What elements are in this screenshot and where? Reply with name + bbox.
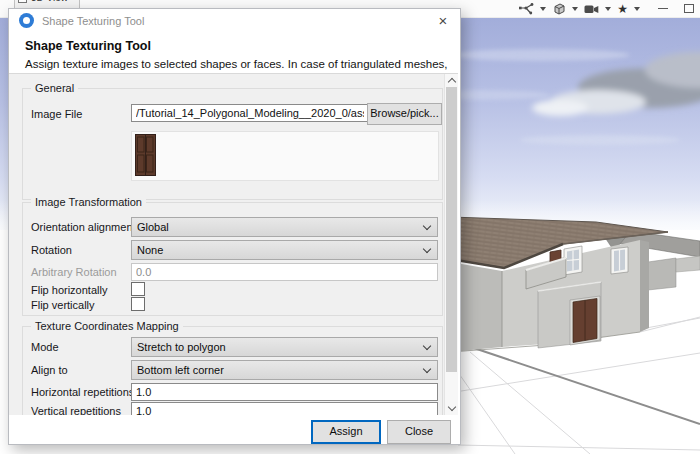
image-file-label: Image File	[31, 108, 82, 120]
viewport-toolbar: ★	[519, 1, 694, 16]
texture-preview-panel	[131, 131, 439, 181]
dialog-scroll-area: General Image File Browse/pick... Image …	[9, 73, 458, 415]
scroll-down-icon[interactable]	[447, 403, 455, 411]
shape-texturing-dialog: Shape Texturing Tool × Shape Texturing T…	[8, 8, 461, 445]
favorites-star-icon[interactable]: ★	[617, 3, 628, 15]
flip-horizontally-label: Flip horizontally	[31, 284, 107, 296]
dropdown-caret-icon[interactable]	[572, 7, 578, 11]
chevron-down-icon	[423, 342, 431, 350]
camera-icon[interactable]	[584, 3, 599, 15]
group-texture-mapping-title: Texture Coordinates Mapping	[31, 320, 183, 332]
flip-vertically-label: Flip vertically	[31, 299, 95, 311]
group-image-transformation: Image Transformation Orientation alignme…	[22, 202, 443, 316]
flip-vertically-checkbox[interactable]	[131, 297, 145, 311]
group-texture-mapping: Texture Coordinates Mapping Mode Stretch…	[22, 326, 443, 415]
view-cube-icon[interactable]	[552, 2, 566, 15]
dialog-titlebar[interactable]: Shape Texturing Tool ×	[9, 9, 460, 32]
document-tab-label: 3D View	[31, 0, 68, 3]
browse-pick-button[interactable]: Browse/pick...	[367, 103, 442, 125]
chevron-down-icon	[423, 365, 431, 373]
orientation-alignment-select[interactable]: Global	[131, 217, 438, 237]
vertical-repetitions-label: Vertical repetitions	[31, 405, 121, 415]
document-icon	[18, 0, 27, 3]
arbitrary-rotation-label: Arbitrary Rotation	[31, 266, 117, 278]
orientation-alignment-label: Orientation alignment	[31, 221, 136, 233]
rotation-label: Rotation	[31, 244, 72, 256]
dropdown-caret-icon[interactable]	[540, 7, 546, 11]
navigation-gizmo-icon[interactable]	[519, 2, 534, 15]
image-file-input[interactable]	[131, 104, 369, 122]
arbitrary-rotation-input	[131, 263, 438, 281]
group-general: General Image File Browse/pick...	[22, 88, 443, 200]
align-to-select[interactable]: Bottom left corner	[131, 360, 438, 380]
rotation-select[interactable]: None	[131, 240, 438, 260]
dropdown-caret-icon[interactable]	[605, 7, 611, 11]
vertical-scrollbar[interactable]	[444, 74, 458, 415]
vertical-repetitions-input[interactable]	[131, 402, 438, 415]
dropdown-caret-icon[interactable]	[634, 7, 640, 11]
app-icon	[19, 13, 34, 28]
flip-horizontally-checkbox[interactable]	[131, 282, 145, 296]
group-general-title: General	[31, 82, 78, 94]
tab-close-icon[interactable]: ×	[72, 0, 78, 3]
scrollbar-thumb[interactable]	[446, 87, 457, 372]
minimize-button[interactable]	[658, 8, 668, 9]
chevron-down-icon	[423, 222, 431, 230]
maximize-button[interactable]	[684, 4, 694, 13]
dialog-close-icon[interactable]: ×	[435, 12, 451, 29]
align-to-label: Align to	[31, 364, 68, 376]
scroll-up-icon[interactable]	[447, 78, 455, 86]
page-title: Shape Texturing Tool	[25, 39, 151, 53]
door-texture-image	[135, 134, 157, 178]
mode-label: Mode	[31, 341, 59, 353]
assign-button[interactable]: Assign	[311, 420, 381, 444]
group-image-transformation-title: Image Transformation	[31, 196, 146, 208]
dialog-title: Shape Texturing Tool	[42, 15, 144, 27]
mode-select[interactable]: Stretch to polygon	[131, 337, 438, 357]
close-button[interactable]: Close	[387, 420, 451, 444]
horizontal-repetitions-input[interactable]	[131, 383, 438, 401]
chevron-down-icon	[423, 245, 431, 253]
horizontal-repetitions-label: Horizontal repetitions	[31, 386, 134, 398]
